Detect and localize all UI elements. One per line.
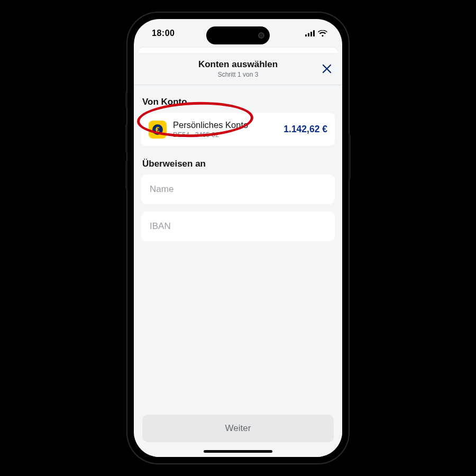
sheet-header: Konten auswählen Schritt 1 von 3 xyxy=(134,53,342,85)
account-name: Persönliches Konto xyxy=(173,120,277,130)
account-text-group: Persönliches Konto DE54...3465 02 xyxy=(173,120,277,139)
background-sheet xyxy=(138,48,338,53)
phone-side-button xyxy=(125,124,127,153)
recipient-name-placeholder: Name xyxy=(150,184,173,194)
step-indicator: Schritt 1 von 3 xyxy=(142,71,334,78)
status-right xyxy=(305,30,327,37)
continue-button-label: Weiter xyxy=(225,423,251,433)
svg-rect-3 xyxy=(313,30,315,36)
header-title-group: Konten auswählen Schritt 1 von 3 xyxy=(142,59,334,78)
phone-frame: 18:00 xyxy=(127,13,349,463)
from-account-label: Von Konto xyxy=(142,97,334,107)
recipient-iban-placeholder: IBAN xyxy=(150,221,171,231)
recipient-iban-input[interactable]: IBAN xyxy=(141,212,335,241)
page-title: Konten auswählen xyxy=(142,59,334,70)
continue-button[interactable]: Weiter xyxy=(142,415,334,442)
camera-icon xyxy=(258,32,264,39)
svg-rect-0 xyxy=(305,34,307,36)
svg-rect-2 xyxy=(310,32,312,36)
phone-side-button xyxy=(125,92,127,108)
account-icon: € xyxy=(149,121,167,139)
close-icon xyxy=(322,63,332,74)
close-button[interactable] xyxy=(319,61,335,77)
cellular-signal-icon xyxy=(305,30,315,36)
from-account-card[interactable]: € Persönliches Konto DE54...3465 02 1.14… xyxy=(141,113,335,146)
phone-screen: 18:00 xyxy=(134,19,342,457)
phone-side-button xyxy=(125,161,127,190)
home-indicator[interactable] xyxy=(204,450,272,453)
content-area: Von Konto € Persönliches Konto DE54...34… xyxy=(134,85,342,408)
account-balance: 1.142,62 € xyxy=(283,124,327,135)
account-iban-masked: DE54...3465 02 xyxy=(173,131,277,139)
svg-rect-1 xyxy=(308,33,309,37)
status-bar: 18:00 xyxy=(134,19,342,48)
euro-icon: € xyxy=(152,124,163,135)
status-time: 18:00 xyxy=(152,29,175,38)
dynamic-island xyxy=(206,26,270,44)
transfer-to-label: Überweisen an xyxy=(142,159,334,169)
wifi-icon xyxy=(318,30,327,37)
phone-side-button xyxy=(349,134,351,179)
recipient-name-input[interactable]: Name xyxy=(141,175,335,204)
